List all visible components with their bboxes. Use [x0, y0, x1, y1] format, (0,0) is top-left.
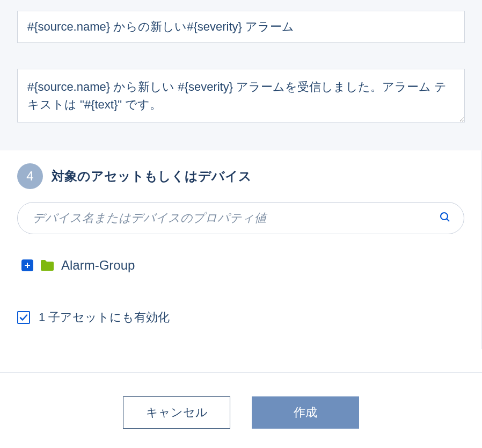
form-scroll-area[interactable]: #{source.name} から新しい #{severity} アラームを受信… [0, 0, 482, 365]
cancel-button[interactable]: キャンセル [123, 396, 230, 429]
body-textarea[interactable]: #{source.name} から新しい #{severity} アラームを受信… [17, 69, 465, 122]
tree-item-label: Alarm-Group [61, 258, 135, 273]
svg-rect-3 [25, 265, 30, 266]
step-number-badge: 4 [17, 163, 43, 189]
device-search-wrap [17, 202, 464, 234]
tree-item[interactable]: Alarm-Group [17, 256, 464, 275]
subject-input[interactable] [17, 11, 465, 43]
device-search-input[interactable] [17, 202, 464, 234]
step-header: 4 対象のアセットもしくはデバイス [17, 163, 464, 189]
step-title: 対象のアセットもしくはデバイス [52, 168, 252, 185]
footer-actions: キャンセル 作成 [0, 372, 482, 448]
child-assets-checkbox-label: 1 子アセットにも有効化 [39, 309, 170, 326]
expand-icon[interactable] [21, 259, 33, 271]
step-4-section: 4 対象のアセットもしくはデバイス [0, 150, 482, 349]
create-button[interactable]: 作成 [252, 396, 359, 429]
search-icon[interactable] [439, 211, 451, 226]
folder-icon [40, 259, 55, 272]
child-assets-checkbox-row[interactable]: 1 子アセットにも有効化 [17, 307, 464, 328]
child-assets-checkbox[interactable] [17, 311, 30, 324]
svg-point-0 [441, 213, 448, 220]
message-template-section: #{source.name} から新しい #{severity} アラームを受信… [0, 0, 482, 150]
svg-line-1 [447, 219, 449, 221]
